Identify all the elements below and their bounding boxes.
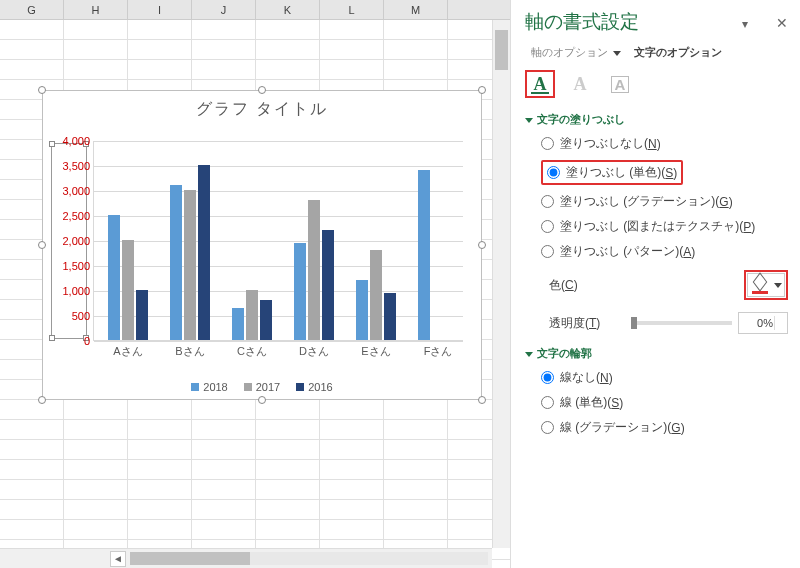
radio-line-none[interactable]: 線なし(N) [525,365,788,390]
axis-handle[interactable] [49,335,55,341]
col-header[interactable]: I [128,0,192,19]
x-axis-tick: Bさん [162,340,218,359]
bar[interactable] [198,165,210,340]
bar[interactable] [322,230,334,340]
y-axis-tick: 500 [72,310,94,322]
tab-axis-options[interactable]: 軸のオプション [531,46,621,58]
bar[interactable] [356,280,368,340]
pane-menu-button[interactable]: ▾ [742,17,748,31]
bar[interactable] [294,243,306,341]
scrollbar-track[interactable] [130,552,488,565]
radio-fill-gradient[interactable]: 塗りつぶし (グラデーション)(G) [525,189,788,214]
close-icon[interactable]: ✕ [776,15,788,31]
scrollbar-thumb[interactable] [130,552,250,565]
col-header[interactable]: K [256,0,320,19]
y-axis-tick: 0 [84,335,94,347]
bar[interactable] [260,300,272,340]
col-header[interactable]: J [192,0,256,19]
col-header[interactable]: M [384,0,448,19]
y-axis-tick: 1,500 [62,260,94,272]
resize-handle[interactable] [478,396,486,404]
radio-input[interactable] [541,371,554,384]
pane-subtabs: 軸のオプション 文字のオプション [525,45,788,66]
y-axis-tick: 4,000 [62,135,94,147]
chart-legend[interactable]: 201820172016 [43,381,481,393]
radio-input[interactable] [541,220,554,233]
col-header[interactable]: G [0,0,64,19]
slider-knob[interactable] [631,317,637,329]
bar[interactable] [122,240,134,340]
section-text-outline[interactable]: 文字の輪郭 [525,340,788,365]
resize-handle[interactable] [258,396,266,404]
resize-handle[interactable] [478,86,486,94]
transparency-value[interactable]: 0% [738,312,788,334]
bar[interactable] [384,293,396,341]
text-outline-icon: A [574,74,587,95]
bar[interactable] [308,200,320,340]
y-axis-tick: 3,500 [62,160,94,172]
transparency-slider[interactable] [631,321,732,325]
axis-handle[interactable] [49,141,55,147]
text-effects-button[interactable]: A [565,70,595,98]
radio-fill-solid[interactable]: 塗りつぶし (単色)(S) [525,156,788,189]
radio-input[interactable] [541,195,554,208]
x-axis-tick: Fさん [410,340,466,359]
col-header[interactable]: L [320,0,384,19]
radio-input[interactable] [541,245,554,258]
expand-icon [525,118,533,123]
column-headers: G H I J K L M [0,0,510,20]
radio-input[interactable] [541,137,554,150]
bar[interactable] [136,290,148,340]
textbox-icon: A [611,76,630,93]
bar[interactable] [232,308,244,341]
vertical-scrollbar[interactable] [492,20,510,548]
bar[interactable] [246,290,258,340]
resize-handle[interactable] [38,86,46,94]
x-axis-tick: Aさん [100,340,156,359]
radio-input[interactable] [541,421,554,434]
transparency-property-row: 透明度(T) 0% [525,306,788,340]
radio-fill-pattern[interactable]: 塗りつぶし (パターン)(A) [525,239,788,264]
resize-handle[interactable] [258,86,266,94]
legend-item[interactable]: 2017 [244,381,280,393]
chart-object[interactable]: グラフ タイトル 05001,0001,5002,0002,5003,0003,… [42,90,482,400]
y-axis-tick: 3,000 [62,185,94,197]
bar[interactable] [370,250,382,340]
radio-line-solid[interactable]: 線 (単色)(S) [525,390,788,415]
bar[interactable] [418,170,430,340]
x-axis-tick: Eさん [348,340,404,359]
radio-line-gradient[interactable]: 線 (グラデーション)(G) [525,415,788,440]
scrollbar-thumb[interactable] [495,30,508,70]
resize-handle[interactable] [38,241,46,249]
radio-input[interactable] [547,166,560,179]
bar[interactable] [108,215,120,340]
textbox-button[interactable]: A [605,70,635,98]
radio-fill-texture[interactable]: 塗りつぶし (図またはテクスチャ)(P) [525,214,788,239]
legend-item[interactable]: 2018 [191,381,227,393]
expand-icon [525,352,533,357]
y-axis-tick: 2,000 [62,235,94,247]
x-axis-tick: Dさん [286,340,342,359]
plot-area[interactable]: 05001,0001,5002,0002,5003,0003,5004,000A… [93,141,463,341]
tab-text-options[interactable]: 文字のオプション [634,46,722,58]
color-picker-button[interactable] [747,273,785,297]
resize-handle[interactable] [478,241,486,249]
bar[interactable] [184,190,196,340]
text-fill-outline-button[interactable]: A [525,70,555,98]
col-header[interactable]: H [64,0,128,19]
highlight-box: 塗りつぶし (単色)(S) [541,160,683,185]
horizontal-scrollbar[interactable]: ◄ [0,548,492,568]
resize-handle[interactable] [38,396,46,404]
y-axis-tick: 2,500 [62,210,94,222]
radio-input[interactable] [541,396,554,409]
legend-item[interactable]: 2016 [296,381,332,393]
pane-title-text: 軸の書式設定 [525,11,639,32]
chart-title[interactable]: グラフ タイトル [43,91,481,128]
highlight-box [744,270,788,300]
scroll-left-button[interactable]: ◄ [110,551,126,567]
section-text-fill[interactable]: 文字の塗りつぶし [525,106,788,131]
bar[interactable] [170,185,182,340]
radio-fill-none[interactable]: 塗りつぶしなし(N) [525,131,788,156]
chevron-down-icon [613,51,621,56]
chevron-down-icon [774,283,782,288]
